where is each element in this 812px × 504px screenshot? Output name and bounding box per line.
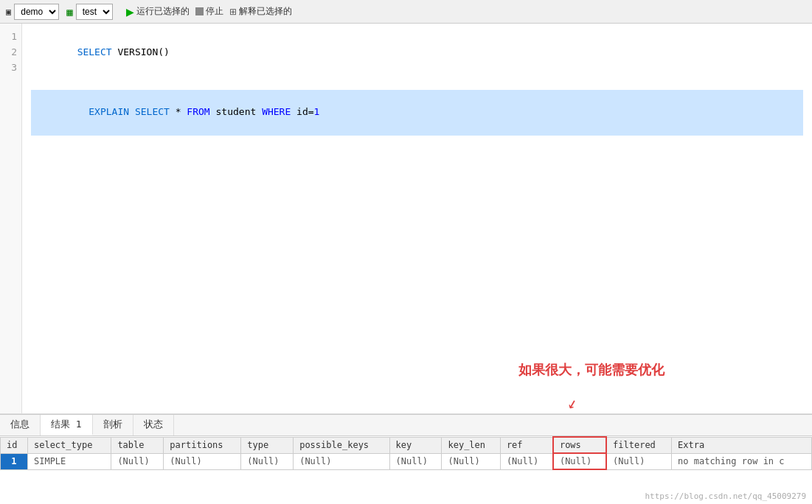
kw-where: WHERE <box>262 106 291 117</box>
code-line-3: EXPLAIN SELECT * FROM student WHERE id=1 <box>31 59 803 74</box>
kw-select2: SELECT <box>135 106 170 117</box>
main-container: ▣ demo ▦ test ▶ 运行已选择的 停止 ⊞ 解释已选择的 <box>0 0 812 504</box>
run-icon: ▶ <box>126 6 134 18</box>
code-content[interactable]: SELECT VERSION() EXPLAIN SELECT * FROM s… <box>22 24 812 413</box>
col-header-table: table <box>111 437 164 453</box>
watermark: https://blog.csdn.net/qq_45009279 <box>645 491 806 501</box>
col-header-key-len: key_len <box>442 437 500 453</box>
toolbar-actions: ▶ 运行已选择的 停止 ⊞ 解释已选择的 <box>126 5 292 18</box>
cell-partitions: (Null) <box>164 453 241 469</box>
cell-type: (Null) <box>241 453 294 469</box>
explain-icon: ⊞ <box>229 7 237 17</box>
cell-possible-keys: (Null) <box>294 453 389 469</box>
kw-select: SELECT <box>77 46 112 57</box>
cell-key: (Null) <box>389 453 442 469</box>
val-1: 1 <box>314 106 320 117</box>
db-icon: ▣ <box>6 7 11 17</box>
col-id: id <box>296 106 308 117</box>
cell-key-len: (Null) <box>442 453 500 469</box>
schema-icon: ▦ <box>66 6 72 18</box>
col-header-partitions: partitions <box>164 437 241 453</box>
col-header-extra: Extra <box>672 437 812 453</box>
explain-label: 解释已选择的 <box>239 5 292 18</box>
cell-rows: (Null) <box>553 453 606 469</box>
run-label: 运行已选择的 <box>136 5 190 18</box>
schema-selector[interactable]: ▦ test <box>66 4 112 20</box>
tab-info[interactable]: 信息 <box>0 415 41 435</box>
stop-button[interactable]: 停止 <box>195 5 223 18</box>
table-header-row: id select_type table partitions type pos… <box>1 437 812 453</box>
tab-profiling[interactable]: 剖析 <box>93 415 133 435</box>
tbl-student: student <box>216 106 257 117</box>
col-header-id: id <box>1 437 28 453</box>
annotation-text: 如果很大，可能需要优化 <box>518 361 664 379</box>
cell-select-type: SIMPLE <box>27 453 111 469</box>
cell-id: 1 <box>1 453 28 469</box>
bottom-tabs: 信息 结果 1 剖析 状态 <box>0 414 812 436</box>
cell-table: (Null) <box>111 453 164 469</box>
line-numbers: 1 2 3 <box>0 24 22 413</box>
cell-ref: (Null) <box>500 453 553 469</box>
tab-status[interactable]: 状态 <box>133 415 174 435</box>
col-header-key: key <box>389 437 442 453</box>
stop-icon <box>195 7 204 15</box>
col-header-possible-keys: possible_keys <box>294 437 389 453</box>
highlighted-line: EXPLAIN SELECT * FROM student WHERE id=1 <box>31 90 803 136</box>
cell-filtered: (Null) <box>606 453 672 469</box>
kw-from: FROM <box>187 106 209 117</box>
kw-explain: EXPLAIN <box>89 106 129 117</box>
fn-version: VERSION() <box>117 46 169 57</box>
col-header-ref: ref <box>500 437 553 453</box>
table-row: 1 SIMPLE (Null) (Null) (Null) (Null) (Nu… <box>1 453 812 469</box>
db-dropdown[interactable]: demo <box>14 4 59 20</box>
code-line-1: SELECT VERSION() <box>31 29 803 44</box>
run-button[interactable]: ▶ 运行已选择的 <box>126 5 190 18</box>
results-table: id select_type table partitions type pos… <box>0 436 812 470</box>
stop-label: 停止 <box>206 5 223 18</box>
col-header-filtered: filtered <box>606 437 672 453</box>
col-header-type: type <box>241 437 294 453</box>
schema-dropdown[interactable]: test <box>76 4 113 20</box>
cell-extra: no matching row in c <box>672 453 812 469</box>
tab-results[interactable]: 结果 1 <box>41 415 93 435</box>
explain-button[interactable]: ⊞ 解释已选择的 <box>229 5 292 18</box>
col-header-rows: rows <box>553 437 606 453</box>
toolbar: ▣ demo ▦ test ▶ 运行已选择的 停止 ⊞ 解释已选择的 <box>0 0 812 24</box>
code-editor[interactable]: 1 2 3 SELECT VERSION() EXPLAIN SELECT * … <box>0 24 812 414</box>
col-header-select-type: select_type <box>27 437 111 453</box>
db-selector[interactable]: ▣ demo <box>6 4 59 20</box>
